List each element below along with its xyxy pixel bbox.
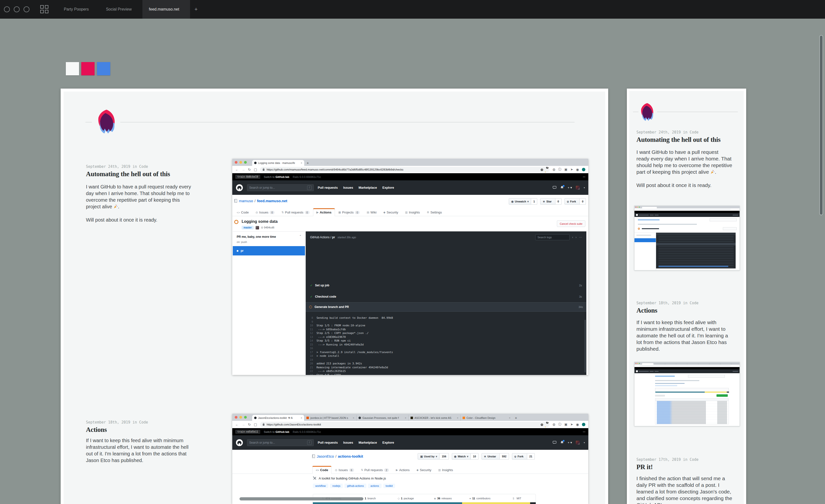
user-avatar[interactable] [576, 441, 580, 445]
topic-tag[interactable]: toolkit [383, 484, 395, 488]
browser-tab[interactable]: Gaussian Processes, not quite f × [356, 415, 408, 421]
github-nav-link[interactable]: Explore [382, 441, 394, 444]
browser-extension-icon[interactable]: ◍ [552, 168, 555, 171]
repo-owner-link[interactable]: JasonEtco [317, 454, 334, 458]
repo-tab[interactable]: ⚙ Settings [423, 208, 445, 216]
topic-tag[interactable]: nodejs [330, 484, 343, 488]
repo-tab[interactable]: ◆ Security [413, 466, 435, 474]
post-title[interactable]: Automating the hell out of this [86, 170, 170, 178]
repo-action-button[interactable]: ψFork 0 [565, 198, 586, 204]
close-icon[interactable]: × [457, 416, 458, 419]
count-badge[interactable]: 21 [527, 453, 535, 459]
github-nav-link[interactable]: Pull requests [318, 186, 338, 189]
site-logo[interactable] [640, 102, 654, 121]
github-nav-link[interactable]: Pull requests [318, 441, 338, 444]
branch-badge[interactable]: master [242, 226, 254, 230]
close-icon[interactable]: × [353, 416, 354, 419]
repo-tab[interactable]: ▶ Actions [313, 208, 335, 216]
browser-tab[interactable]: Logging some data · mamuso/fe × [252, 160, 304, 166]
app-tab[interactable]: Party Poopers [58, 0, 99, 19]
commit-link[interactable]: ⊙ 9494cd6 [261, 226, 275, 229]
repo-name-link[interactable]: actions-toolkit [338, 454, 363, 458]
app-tab[interactable]: Social Preview [99, 0, 142, 19]
browser-extension-icon[interactable]: ➤ [571, 168, 573, 171]
search-logs-input[interactable]: Search logs [535, 234, 570, 240]
warning-extension-icon[interactable]: 1 [544, 167, 547, 172]
notifications-bell-icon[interactable] [560, 441, 564, 444]
repo-tab[interactable]: ⇅ Pull requests 2 [358, 466, 393, 474]
repo-action-button[interactable]: ◉Unwatch▾ 1 [509, 198, 537, 204]
repo-tab[interactable]: <> Code [312, 466, 331, 474]
github-search-input[interactable]: Search or jump to.../ [247, 184, 314, 191]
repo-tab[interactable]: ◆ Security [380, 208, 401, 216]
browser-extension-icon[interactable]: ⓘ [558, 422, 561, 427]
new-tab-icon[interactable]: + [515, 416, 517, 420]
browser-tab[interactable]: jsonbox.io | HTTP based JSON s × [304, 415, 356, 421]
traffic-light-minimize-icon[interactable] [239, 416, 242, 419]
account-avatar[interactable] [582, 423, 585, 426]
color-swatch-blue[interactable] [97, 62, 110, 75]
repo-action-button[interactable]: ψFork 21 [512, 453, 535, 459]
new-tab-icon[interactable]: + [195, 6, 198, 12]
app-tab[interactable]: feed.mamuso.net [142, 0, 190, 19]
repo-tab[interactable]: ◎ Issues 0 [252, 208, 278, 216]
repo-tab[interactable]: ▤ Wiki [363, 208, 380, 216]
kebab-menu-icon[interactable]: ⋯ [579, 236, 582, 239]
browser-tab[interactable]: Color - Cloudflare Design × [460, 415, 512, 421]
back-icon[interactable]: ← [235, 423, 239, 426]
traffic-light-zoom-icon[interactable] [244, 161, 247, 164]
repo-tab[interactable]: ⇅ Pull requests 0 [278, 208, 313, 216]
notifications-bell-icon[interactable] [560, 186, 564, 189]
traffic-light-zoom-icon[interactable] [244, 416, 247, 419]
window-control-icon[interactable] [23, 6, 29, 12]
close-icon[interactable]: × [509, 416, 511, 419]
post-title[interactable]: Actions [636, 307, 657, 314]
window-control-icon[interactable] [4, 6, 10, 12]
post-attachment-screenshot-thumbnail[interactable] [634, 362, 740, 426]
repo-tab[interactable]: ▥ Insights [402, 208, 423, 216]
bookmark-icon[interactable]: ▢ [254, 423, 257, 426]
cancel-check-suite-button[interactable]: Cancel check suite [557, 220, 585, 227]
github-search-input[interactable]: Search or jump to.../ [247, 439, 314, 446]
vertical-scrollbar[interactable] [819, 35, 823, 215]
account-avatar[interactable] [582, 168, 585, 171]
github-logo-icon[interactable] [236, 184, 243, 191]
log-scrollbar[interactable] [585, 320, 586, 372]
repo-action-button[interactable]: ★Unstar 592 [481, 453, 509, 459]
chat-icon[interactable] [553, 186, 556, 189]
repo-tab[interactable]: ▶ Actions [392, 466, 413, 474]
create-new-icon[interactable]: + ▾ [568, 186, 572, 189]
post-title[interactable]: Actions [86, 426, 107, 434]
forward-icon[interactable]: → [242, 423, 245, 426]
address-bar[interactable]: https://github.com/mamuso/feed.mamuso.ne… [260, 167, 549, 172]
close-icon[interactable]: × [301, 416, 302, 419]
prev-icon[interactable]: ‹ [572, 236, 573, 239]
warning-extension-icon[interactable]: 1 [544, 422, 547, 427]
browser-extension-icon[interactable]: ➤ [571, 423, 573, 426]
color-swatch-pink[interactable] [81, 62, 94, 75]
traffic-light-minimize-icon[interactable] [239, 161, 242, 164]
close-icon[interactable]: × [301, 161, 302, 164]
window-control-icon[interactable] [14, 6, 20, 12]
topic-tag[interactable]: workflow [313, 484, 328, 488]
next-icon[interactable]: › [576, 236, 577, 239]
github-nav-link[interactable]: Marketplace [359, 186, 377, 189]
browser-tab[interactable]: ASCIICKER - let's kick some AS × [408, 415, 460, 421]
github-nav-link[interactable]: Issues [343, 186, 353, 189]
github-nav-link[interactable]: Issues [343, 441, 353, 444]
repo-owner-link[interactable]: mamuso [239, 199, 253, 203]
count-badge[interactable]: 592 [500, 453, 509, 459]
browser-extension-icon[interactable]: ⓘ [558, 167, 561, 172]
switch-lab-link[interactable]: Switch to GitHub:lab [264, 175, 289, 178]
user-avatar[interactable] [576, 186, 580, 190]
count-badge[interactable]: 10 [471, 453, 478, 459]
traffic-light-close-icon[interactable] [235, 416, 237, 419]
post-title[interactable]: Automating the hell out of this [636, 136, 721, 144]
committer-avatar[interactable] [255, 226, 259, 230]
reload-icon[interactable]: ↻ [248, 423, 251, 426]
count-badge[interactable]: 0 [580, 198, 586, 204]
browser-tab[interactable]: JasonEtco/actions-toolkit: ⚒ A × [252, 415, 304, 421]
traffic-light-close-icon[interactable] [235, 161, 237, 164]
topic-tag[interactable]: actions [368, 484, 382, 488]
new-tab-icon[interactable]: + [307, 161, 309, 165]
